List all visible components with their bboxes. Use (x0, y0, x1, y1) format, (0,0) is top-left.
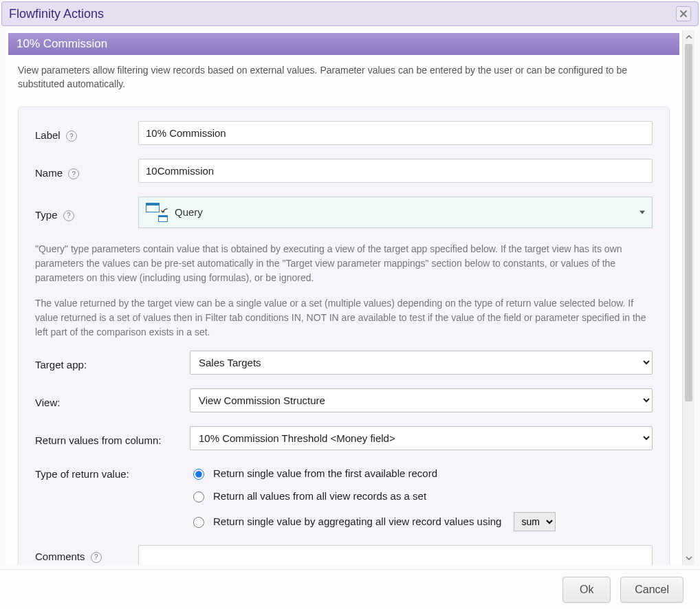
label-type-text: Type (35, 209, 58, 221)
scroll-up-icon[interactable] (684, 32, 693, 43)
label-label: Label ? (35, 124, 138, 142)
label-type: Type ? (35, 203, 138, 221)
close-icon[interactable] (676, 6, 691, 21)
radio-all-set[interactable]: Return all values from all view records … (190, 489, 653, 502)
dialog: Flowfinity Actions (1, 1, 699, 26)
dialog-header: Flowfinity Actions (2, 2, 698, 25)
type-select[interactable]: Query (138, 197, 653, 228)
chevron-down-icon (639, 210, 645, 214)
section-title: 10% Commission (8, 33, 679, 55)
label-comments-text: Comments (35, 551, 85, 562)
scroll-area: 10% Commission View parameters allow fil… (6, 30, 682, 565)
label-return-type: Type of return value: (35, 464, 190, 480)
return-column-select[interactable]: 10% Commission Threshold <Money field> (190, 426, 653, 450)
view-select[interactable]: View Commission Structure (190, 388, 653, 412)
scroll-down-icon[interactable] (684, 553, 693, 564)
help-icon[interactable]: ? (68, 168, 79, 179)
help-icon[interactable]: ? (91, 552, 102, 563)
label-input[interactable] (138, 121, 653, 145)
label-name-text: Name (35, 167, 63, 179)
cancel-button[interactable]: Cancel (620, 577, 683, 603)
target-app-select[interactable]: Sales Targets (190, 351, 653, 375)
label-target-app: Target app: (35, 355, 190, 370)
label-name: Name ? (35, 162, 138, 179)
dialog-title: Flowfinity Actions (9, 7, 104, 21)
return-type-radio-group: Return single value from the first avail… (190, 464, 653, 531)
radio-all-set-input[interactable] (193, 491, 204, 502)
query-description-1: "Query" type parameters contain value th… (35, 242, 653, 285)
form-panel: Label ? Name ? Type ? (18, 107, 670, 565)
comments-textarea[interactable] (138, 545, 653, 565)
label-return-column: Return values from column: (35, 430, 190, 446)
content-area: 10% Commission View parameters allow fil… (6, 30, 694, 565)
scrollbar-thumb[interactable] (685, 44, 692, 401)
aggregate-select[interactable]: sum (514, 512, 556, 531)
help-icon[interactable]: ? (63, 210, 74, 221)
dialog-footer: Ok Cancel (0, 569, 700, 609)
radio-aggregate[interactable]: Return single value by aggregating all v… (190, 512, 653, 531)
label-label-text: Label (35, 129, 61, 141)
radio-aggregate-label: Return single value by aggregating all v… (213, 516, 501, 527)
type-value: Query (175, 206, 203, 218)
label-comments: Comments ? (35, 545, 138, 563)
radio-single-first[interactable]: Return single value from the first avail… (190, 467, 653, 480)
intro-text: View parameters allow filtering view rec… (6, 60, 682, 98)
label-view: View: (35, 392, 190, 408)
name-input[interactable] (138, 159, 653, 183)
help-icon[interactable]: ? (66, 131, 77, 142)
scrollbar[interactable] (682, 30, 694, 565)
query-icon (146, 203, 168, 222)
radio-all-set-label: Return all values from all view records … (213, 490, 426, 502)
radio-aggregate-input[interactable] (193, 517, 204, 528)
radio-single-first-input[interactable] (193, 469, 204, 480)
query-description-2: The value returned by the target view ca… (35, 296, 653, 340)
ok-button[interactable]: Ok (562, 577, 611, 603)
radio-single-first-label: Return single value from the first avail… (213, 467, 437, 479)
